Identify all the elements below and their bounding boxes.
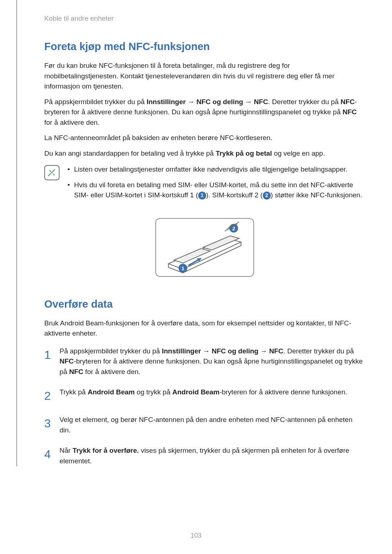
step-number: 3 [44, 415, 53, 435]
step-item: 2 Trykk på Android Beam og trykk på Andr… [44, 387, 365, 405]
section-heading-nfc-purchase: Foreta kjøp med NFC-funksjonen [44, 41, 365, 53]
breadcrumb: Koble til andre enheter [44, 15, 365, 22]
sim-badge-2: 2 [263, 192, 271, 200]
note-block: •Listen over betalingstjenester omfatter… [44, 164, 365, 206]
step-item: 3 Velg et element, og berør NFC-antennen… [44, 415, 365, 435]
step-item: 1 På appskjermbildet trykker du på Innst… [44, 346, 365, 377]
paragraph: På appskjermbildet trykker du på Innstil… [44, 97, 365, 128]
note-icon [44, 165, 60, 180]
paragraph: La NFC-antenneområdet på baksiden av enh… [44, 133, 365, 143]
svg-text:1: 1 [181, 265, 184, 271]
note-list: •Listen over betalingstjenester omfatter… [68, 164, 365, 206]
sim-badge-1: 1 [198, 192, 206, 200]
steps-list: 1 På appskjermbildet trykker du på Innst… [44, 346, 365, 467]
page-number: 103 [0, 532, 392, 539]
note-item: • Hvis du vil foreta en betaling med SIM… [68, 180, 365, 201]
step-number: 4 [44, 446, 53, 466]
paragraph: Du kan angi standardappen for betaling v… [44, 148, 365, 159]
sim-tray-figure: 1 2 [44, 217, 365, 280]
paragraph: Før du kan bruke NFC-funksjonen til å fo… [44, 61, 365, 92]
note-item: •Listen over betalingstjenester omfatter… [68, 164, 365, 175]
page-content: Koble til andre enheter Foreta kjøp med … [16, 0, 392, 466]
paragraph: Bruk Android Beam-funksjonen for å overf… [44, 318, 365, 339]
step-item: 4 Når Trykk for å overføre. vises på skj… [44, 446, 365, 466]
step-number: 1 [44, 346, 53, 377]
section-heading-transfer-data: Overføre data [44, 298, 365, 310]
step-number: 2 [44, 387, 53, 405]
